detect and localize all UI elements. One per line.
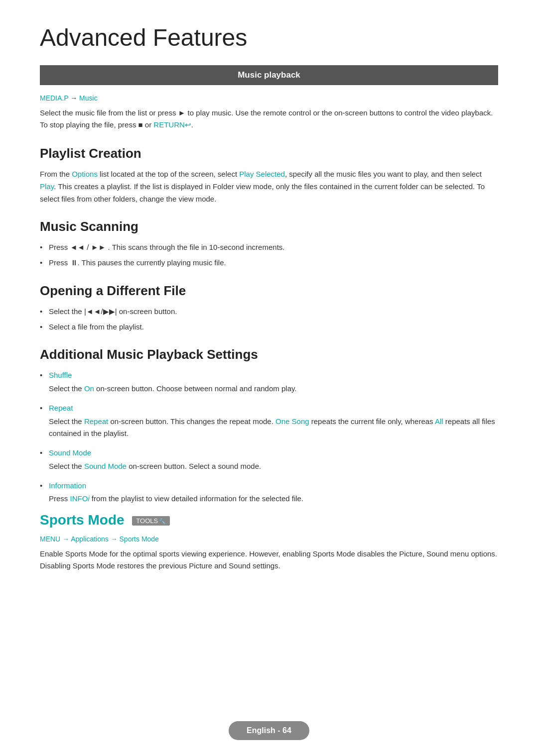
shuffle-group: Shuffle Select the On on-screen button. … bbox=[40, 369, 498, 395]
breadcrumb-media-p: MEDIA.P bbox=[40, 94, 68, 102]
breadcrumb-menu: MENU bbox=[40, 535, 60, 543]
page-container: Advanced Features Music playback MEDIA.P… bbox=[0, 0, 538, 622]
sound-mode-group: Sound Mode Select the Sound Mode on-scre… bbox=[40, 447, 498, 473]
playlist-creation-body: From the Options list located at the top… bbox=[40, 168, 498, 205]
section-header-music-playback: Music playback bbox=[40, 65, 498, 85]
information-desc: Press INFOi from the playlist to view de… bbox=[40, 493, 498, 505]
footer-badge: English - 64 bbox=[229, 721, 309, 740]
repeat-desc: Select the Repeat on-screen button. This… bbox=[40, 416, 498, 440]
music-scanning-list: Press ◄◄ / ►► . This scans through the f… bbox=[40, 241, 498, 269]
sound-mode-label: Sound Mode bbox=[40, 447, 498, 459]
breadcrumb-music: Music bbox=[79, 94, 98, 102]
playlist-creation-title: Playlist Creation bbox=[40, 146, 498, 161]
shuffle-desc: Select the On on-screen button. Choose b… bbox=[40, 383, 498, 395]
play-selected-link: Play Selected bbox=[239, 170, 285, 178]
repeat-group: Repeat Select the Repeat on-screen butto… bbox=[40, 402, 498, 440]
information-label: Information bbox=[40, 480, 498, 492]
play-link: Play bbox=[40, 182, 54, 191]
return-link: RETURN↩ bbox=[153, 120, 191, 129]
on-link: On bbox=[84, 384, 94, 393]
sound-mode-desc: Select the Sound Mode on-screen button. … bbox=[40, 460, 498, 473]
list-item: Press ◄◄ / ►► . This scans through the f… bbox=[40, 241, 498, 254]
list-item: Select a file from the playlist. bbox=[40, 321, 498, 333]
tools-badge: TOOLS🔧 bbox=[132, 516, 170, 526]
info-link: INFOi bbox=[70, 494, 90, 503]
all-link: All bbox=[435, 417, 443, 426]
sports-mode-section: Sports Mode TOOLS🔧 MENU → Applications →… bbox=[40, 512, 498, 572]
sports-mode-title: Sports Mode TOOLS🔧 bbox=[40, 512, 498, 528]
breadcrumb-media: MEDIA.P → Music bbox=[40, 94, 498, 102]
breadcrumb-sports: MENU → Applications → Sports Mode bbox=[40, 535, 498, 543]
breadcrumb-applications: Applications bbox=[71, 535, 109, 543]
additional-settings-title: Additional Music Playback Settings bbox=[40, 347, 498, 362]
repeat-label: Repeat bbox=[40, 402, 498, 415]
one-song-link: One Song bbox=[275, 417, 309, 426]
repeat-link: Repeat bbox=[84, 417, 108, 426]
footer: English - 64 bbox=[0, 721, 538, 740]
music-playback-intro: Select the music file from the list or p… bbox=[40, 107, 498, 131]
music-scanning-title: Music Scanning bbox=[40, 219, 498, 234]
sound-mode-link: Sound Mode bbox=[84, 462, 127, 470]
sports-mode-body: Enable Sports Mode for the optimal sport… bbox=[40, 548, 498, 572]
breadcrumb-sports-mode: Sports Mode bbox=[120, 535, 159, 543]
information-group: Information Press INFOi from the playlis… bbox=[40, 480, 498, 506]
opening-file-title: Opening a Different File bbox=[40, 283, 498, 299]
shuffle-label: Shuffle bbox=[40, 369, 498, 382]
opening-file-list: Select the |◄◄/▶▶| on-screen button. Sel… bbox=[40, 306, 498, 333]
options-link: Options bbox=[72, 170, 98, 178]
page-title: Advanced Features bbox=[40, 24, 498, 51]
list-item: Select the |◄◄/▶▶| on-screen button. bbox=[40, 306, 498, 318]
list-item: Press ⏸. This pauses the currently playi… bbox=[40, 257, 498, 269]
